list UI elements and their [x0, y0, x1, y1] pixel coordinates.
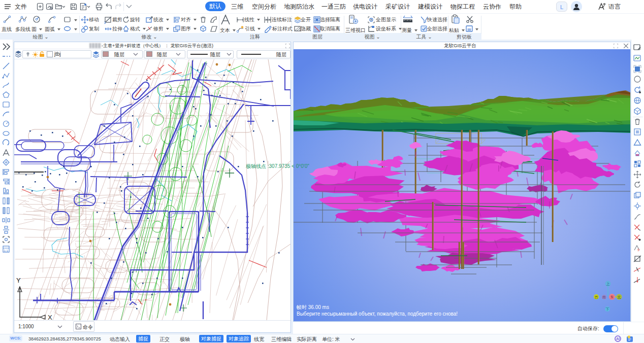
svg-text:9: 9	[637, 248, 639, 252]
svg-text:Y: Y	[16, 277, 21, 284]
svg-text:帧时 36.00 ms: 帧时 36.00 ms	[297, 304, 329, 310]
svg-text:上: 上	[606, 282, 610, 286]
svg-text:1:1: 1:1	[4, 249, 9, 252]
svg-text:北: 北	[618, 295, 621, 299]
svg-text:西: 西	[595, 295, 598, 299]
svg-text:东: 东	[610, 295, 614, 299]
svg-text:下: 下	[606, 307, 609, 311]
svg-text:南: 南	[602, 295, 606, 299]
svg-text:Выберите несырьманный объект,: Выберите несырьманный объект, пожалуйста…	[297, 311, 458, 317]
svg-text:X: X	[48, 314, 52, 320]
